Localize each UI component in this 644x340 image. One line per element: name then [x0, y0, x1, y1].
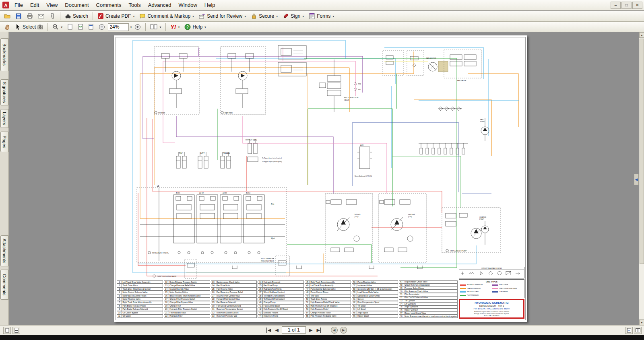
- dropdown-icon[interactable]: ▾: [178, 25, 180, 29]
- schematic-components: [137, 45, 500, 278]
- zoom-out-button[interactable]: [97, 23, 107, 32]
- secure-button[interactable]: Secure ▾: [249, 12, 280, 21]
- scroll-down-arrow[interactable]: ▼: [639, 319, 644, 325]
- parts-number: 35: [258, 284, 263, 287]
- menu-window[interactable]: Window: [175, 1, 201, 9]
- actual-size-button[interactable]: [65, 23, 75, 32]
- sign-button[interactable]: Sign ▾: [281, 12, 306, 21]
- parts-row: 57Implement Valve: [352, 284, 398, 287]
- parts-number: 28: [211, 297, 216, 301]
- dropdown-icon[interactable]: ▾: [61, 25, 62, 29]
- menu-advanced[interactable]: Advanced: [144, 1, 175, 9]
- page-display-button[interactable]: ▾: [148, 23, 163, 32]
- parts-row: 16Brake Release (Multi-function) Valve: [164, 294, 210, 297]
- minimize-button[interactable]: –: [611, 2, 621, 9]
- menu-file[interactable]: File: [11, 1, 27, 9]
- dropdown-icon[interactable]: ▾: [276, 14, 278, 18]
- parts-column: 34Hydraulic Reservoir35Fan Drive Pump36H…: [258, 280, 304, 318]
- parts-label: Winch Bulkhead (option): [263, 291, 304, 294]
- parts-number: 5: [117, 294, 122, 297]
- next-page-button[interactable]: ▶: [308, 327, 313, 333]
- search-button[interactable]: Search: [63, 12, 90, 21]
- menu-document[interactable]: Document: [61, 1, 92, 9]
- parts-row: 11Oil Cooler: [117, 315, 163, 318]
- scrollbar-thumb[interactable]: [640, 39, 644, 264]
- parts-number: 51: [305, 301, 310, 304]
- create-pdf-label: Create PDF: [105, 13, 131, 19]
- dropdown-icon[interactable]: ▾: [204, 25, 206, 29]
- close-button[interactable]: ✕: [632, 2, 642, 9]
- zoom-in-button[interactable]: [132, 23, 143, 32]
- ls-label: LS: [157, 185, 159, 187]
- zoom-tool-button[interactable]: ▾: [50, 23, 64, 32]
- parts-number: 36: [258, 287, 263, 291]
- menu-tools[interactable]: Tools: [125, 1, 144, 9]
- dropdown-icon[interactable]: ▾: [244, 14, 246, 18]
- help-button[interactable]: ? Help ▾: [182, 23, 208, 32]
- send-for-review-button[interactable]: Send for Review ▾: [197, 12, 248, 21]
- dropdown-icon[interactable]: ▾: [302, 14, 304, 18]
- sidebar-tab-comments[interactable]: Comments: [0, 270, 8, 300]
- parts-label: Angle Cylinders: [404, 305, 458, 309]
- previous-view-button[interactable]: ◀: [331, 327, 338, 334]
- last-page-button[interactable]: ▶: [316, 327, 322, 333]
- attach-button[interactable]: [47, 12, 58, 21]
- create-pdf-button[interactable]: Create PDF ▾: [95, 12, 136, 21]
- parts-label: High Pressure Cut-off (inactive): [310, 304, 351, 307]
- circuit-legend-symbols: [459, 270, 522, 276]
- select-tool-button[interactable]: Select: [13, 23, 45, 32]
- parts-number: 34: [258, 280, 263, 284]
- parts-row: 1Left Track Drive Motor Assembly: [117, 280, 163, 284]
- fan-pump-label2: PUMP: [480, 120, 485, 122]
- line-type-label: HYDRAULIC PRESSURE: [467, 284, 483, 286]
- parts-number: 54: [305, 311, 310, 314]
- continuous-view-button[interactable]: [12, 327, 20, 334]
- forms-button[interactable]: Forms ▾: [307, 12, 336, 21]
- previous-page-button[interactable]: ◀: [274, 327, 279, 333]
- statusbar-layout-button[interactable]: [634, 327, 642, 334]
- zoom-dropdown-icon[interactable]: ▾: [130, 25, 132, 29]
- fit-width-button[interactable]: [86, 23, 96, 32]
- acrobat-app-icon: A: [2, 2, 9, 8]
- menu-edit[interactable]: Edit: [27, 1, 43, 9]
- parts-row: 19Charge Filter: [164, 304, 210, 307]
- sidebar-tab-signatures[interactable]: Signatures: [0, 79, 8, 105]
- dropdown-icon[interactable]: ▾: [192, 14, 194, 18]
- parts-row: 67Regeneration Check Valve: [399, 280, 458, 284]
- fit-page-button[interactable]: [76, 23, 85, 32]
- first-page-button[interactable]: ◀: [266, 327, 272, 333]
- menu-help[interactable]: Help: [201, 1, 219, 9]
- scroll-up-arrow[interactable]: ▲: [639, 32, 644, 38]
- parts-number: 45: [305, 280, 310, 284]
- print-button[interactable]: [25, 12, 35, 21]
- menu-view[interactable]: View: [43, 1, 61, 9]
- save-button[interactable]: [13, 12, 24, 21]
- email-button[interactable]: [36, 12, 46, 21]
- dropdown-icon[interactable]: ▾: [133, 14, 134, 18]
- page-indicator[interactable]: 1 of 1: [282, 326, 306, 334]
- secure-label: Secure: [259, 13, 274, 19]
- next-view-button[interactable]: ▶: [340, 327, 347, 334]
- parts-number: 19: [164, 304, 169, 307]
- window-controls: – □ ✕: [611, 2, 644, 9]
- dropdown-icon[interactable]: ▾: [159, 25, 161, 29]
- comment-markup-button[interactable]: Comment & Markup ▾: [137, 12, 196, 21]
- dropdown-icon[interactable]: ▾: [332, 14, 334, 18]
- parts-label: Flow Compensator Spool: [357, 301, 398, 304]
- menu-comments[interactable]: Comments: [93, 1, 125, 9]
- vertical-scrollbar[interactable]: ▲ ▼: [639, 32, 644, 325]
- sidebar-tab-bookmarks[interactable]: Bookmarks: [0, 38, 8, 71]
- open-button[interactable]: [2, 12, 12, 21]
- hand-tool-button[interactable]: [2, 23, 12, 32]
- statusbar-resize-button[interactable]: [625, 327, 633, 334]
- parts-number: 10: [117, 311, 122, 314]
- maximize-button[interactable]: □: [621, 2, 632, 9]
- parts-row: 13Charge Pressure Relief Valve: [164, 284, 210, 287]
- single-page-view-button[interactable]: [3, 327, 11, 334]
- sidebar-tab-attachments[interactable]: Attachments: [0, 235, 8, 266]
- zoom-level-input[interactable]: [108, 23, 129, 31]
- pane-collapse-arrow[interactable]: ◀: [634, 174, 639, 185]
- sidebar-tab-layers[interactable]: Layers: [0, 109, 8, 128]
- sidebar-tab-pages[interactable]: Pages: [0, 132, 8, 152]
- yahoo-toolbar-button[interactable]: Y! ▾: [168, 23, 182, 32]
